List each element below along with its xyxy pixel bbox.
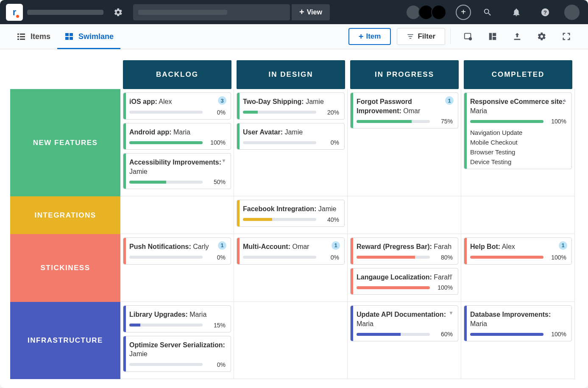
- card[interactable]: ▼ Update API Documentation: Maria 60%: [350, 305, 458, 341]
- swimlane-cell[interactable]: 1 Push Notifications: Carly 0%: [120, 234, 234, 302]
- svg-point-16: [469, 37, 472, 40]
- progress-percent: 0%: [207, 361, 226, 368]
- card[interactable]: 1 Multi-Account: Omar 0%: [237, 237, 345, 265]
- progress-bar: [129, 363, 203, 366]
- gear-icon[interactable]: [114, 8, 123, 17]
- swimlane-cell[interactable]: 1 Help Bot: Alex 100%: [461, 234, 575, 302]
- svg-rect-19: [493, 37, 496, 40]
- count-badge: 1: [218, 241, 226, 250]
- row-header-sti: STICKINESS: [10, 234, 120, 302]
- swimlane-cell[interactable]: Facebook Intregration: Jamie 40%: [234, 196, 348, 234]
- card[interactable]: Facebook Intregration: Jamie 40%: [237, 200, 345, 227]
- progress-percent: 100%: [548, 254, 566, 261]
- swimlane-cell[interactable]: [120, 196, 234, 234]
- svg-rect-12: [408, 34, 414, 35]
- progress-bar: [129, 141, 203, 144]
- subitem[interactable]: Navigation Update: [470, 129, 566, 136]
- expand-icon[interactable]: ▲: [562, 97, 567, 103]
- swimlane-cell[interactable]: 1 Forgot Password Improvement: Omar 75%: [348, 89, 461, 196]
- column-header: COMPLETED: [464, 60, 572, 89]
- card[interactable]: Optimize Server Serialization: Jamie 0%: [123, 336, 231, 372]
- svg-rect-4: [17, 36, 19, 37]
- swimlane-cell[interactable]: [234, 302, 348, 379]
- swimlane-cell[interactable]: [461, 196, 575, 234]
- progress-percent: 60%: [434, 331, 453, 338]
- swimlane-cell[interactable]: 1 Multi-Account: Omar 0%: [234, 234, 348, 302]
- progress-percent: 100%: [434, 284, 453, 291]
- add-user-button[interactable]: +: [456, 5, 471, 20]
- swimlane-cell[interactable]: Reward (Pregress Bar): Farah 80% ▼ Langa…: [348, 234, 461, 302]
- swimlane-cell[interactable]: ▲ Responsive eCommerce site: Maria 100% …: [461, 89, 575, 196]
- app-logo[interactable]: r: [6, 4, 23, 21]
- expand-icon[interactable]: ▼: [449, 273, 454, 279]
- card-title: Forgot Password Improvement: Omar: [357, 97, 453, 115]
- current-user-avatar[interactable]: [564, 5, 580, 20]
- card-title: Two-Day Shipping: Jamie: [243, 97, 339, 106]
- search-input[interactable]: [133, 4, 290, 20]
- swimlane-cell[interactable]: Two-Day Shipping: Jamie 20% User Avatar:…: [234, 89, 348, 196]
- search-icon[interactable]: [483, 8, 492, 17]
- progress-bar: [243, 111, 316, 114]
- card[interactable]: ▼ Accessibility Improvements: Jamie 50%: [123, 153, 231, 189]
- expand-icon[interactable]: ▼: [221, 158, 226, 164]
- card[interactable]: User Avatar: Jamie 0%: [237, 123, 345, 150]
- tab-swimlane[interactable]: Swimlane: [57, 24, 120, 49]
- progress-bar: [129, 324, 203, 327]
- svg-rect-11: [70, 37, 73, 40]
- card-title: Responsive eCommerce site: Maria: [470, 97, 566, 115]
- progress-bar: [357, 286, 430, 289]
- filter-button[interactable]: Filter: [397, 28, 445, 45]
- svg-rect-17: [489, 33, 492, 40]
- swimlane-cell[interactable]: Database Improvements: Maria 100%: [461, 302, 575, 379]
- svg-text:?: ?: [543, 9, 547, 15]
- progress-percent: 0%: [207, 109, 226, 116]
- subitem[interactable]: Device Testing: [470, 158, 566, 165]
- card[interactable]: 1 Forgot Password Improvement: Omar 75%: [350, 92, 458, 128]
- card[interactable]: 3 iOS app: Alex 0%: [123, 92, 231, 120]
- export-icon[interactable]: [505, 32, 529, 41]
- avatar-group[interactable]: [408, 5, 446, 20]
- tab-items[interactable]: Items: [9, 24, 57, 49]
- column-header: IN DESIGN: [237, 60, 345, 89]
- topbar: r + View + ?: [0, 0, 588, 24]
- card[interactable]: Reward (Pregress Bar): Farah 80%: [350, 237, 458, 265]
- card[interactable]: 1 Push Notifications: Carly 0%: [123, 237, 231, 265]
- card[interactable]: ▲ Responsive eCommerce site: Maria 100% …: [464, 92, 572, 169]
- swimlane-cell[interactable]: [348, 196, 461, 234]
- card[interactable]: Android app: Maria 100%: [123, 123, 231, 150]
- fullscreen-icon[interactable]: [554, 32, 579, 41]
- progress-percent: 80%: [434, 254, 453, 261]
- help-icon[interactable]: ?: [541, 8, 550, 17]
- card-title: Multi-Account: Omar: [243, 242, 339, 251]
- progress-percent: 75%: [434, 118, 453, 125]
- progress-bar: [129, 256, 203, 259]
- subitem[interactable]: Browser Testing: [470, 148, 566, 156]
- swimlane-cell[interactable]: Library Upgrades: Maria 15% Optimize Ser…: [120, 302, 234, 379]
- expand-icon[interactable]: ▼: [449, 310, 454, 316]
- card[interactable]: ▼ Langauge Localization: Farah 100%: [350, 268, 458, 295]
- card-title: Help Bot: Alex: [470, 242, 566, 251]
- card-title: Reward (Pregress Bar): Farah: [357, 242, 453, 251]
- card[interactable]: Two-Day Shipping: Jamie 20%: [237, 92, 345, 120]
- svg-rect-6: [17, 39, 19, 40]
- swimlane-cell[interactable]: ▼ Update API Documentation: Maria 60%: [348, 302, 461, 379]
- subitem[interactable]: Mobile Checkout: [470, 139, 566, 146]
- card[interactable]: Library Upgrades: Maria 15%: [123, 305, 231, 332]
- settings-icon[interactable]: [529, 32, 554, 41]
- card[interactable]: 1 Help Bot: Alex 100%: [464, 237, 572, 265]
- add-item-button[interactable]: + Item: [348, 28, 391, 45]
- svg-rect-7: [20, 39, 25, 40]
- manage-views-icon[interactable]: [456, 32, 480, 41]
- view-button[interactable]: + View: [292, 4, 330, 20]
- add-item-label: Item: [366, 32, 381, 41]
- card[interactable]: Database Improvements: Maria 100%: [464, 305, 572, 341]
- bell-icon[interactable]: [512, 8, 521, 17]
- filter-label: Filter: [418, 32, 435, 41]
- grid-icon: [64, 31, 74, 42]
- progress-percent: 0%: [207, 254, 226, 261]
- progress-bar: [243, 141, 316, 144]
- layout-icon[interactable]: [480, 32, 505, 41]
- svg-rect-3: [20, 33, 25, 35]
- svg-rect-9: [70, 33, 73, 36]
- swimlane-cell[interactable]: 3 iOS app: Alex 0% Android app: Maria 10…: [120, 89, 234, 196]
